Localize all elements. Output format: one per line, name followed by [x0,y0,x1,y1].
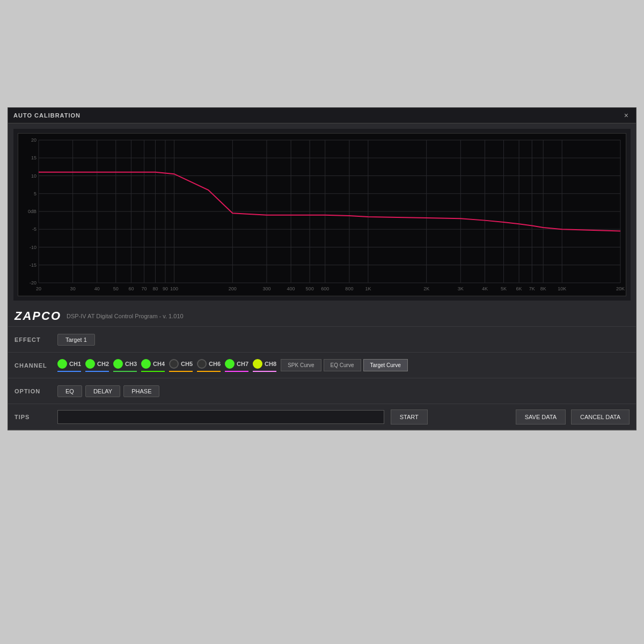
channel-label: CHANNEL [14,362,57,369]
channel-item-ch2[interactable]: CH2 [85,359,109,372]
channel-row: CHANNEL CH1CH2CH3CH4CH5CH6CH7CH8 SPK Cur… [8,353,636,378]
channel-label-ch3: CH3 [125,361,137,367]
option-btn-delay[interactable]: DELAY [85,385,120,397]
channel-label-ch5: CH5 [181,361,193,367]
brand-bar: ZAPCO DSP-IV AT Digital Control Program … [8,306,636,327]
channel-dot-ch3[interactable] [113,359,123,369]
tips-inner: START [57,409,514,425]
channel-label-ch6: CH6 [209,361,221,367]
curve-btn-target-curve[interactable]: Target Curve [363,359,408,371]
channel-dot-ch8[interactable] [253,359,262,369]
channel-label-ch7: CH7 [237,361,248,367]
channel-item-ch4[interactable]: CH4 [141,359,165,372]
app-window: AUTO CALIBRATION × ZAPCO DSP-IV AT Digit… [8,107,636,430]
channel-dot-ch4[interactable] [141,359,151,369]
channel-label-ch2: CH2 [97,361,109,367]
chart-container [13,129,631,301]
curve-btn-spk-curve[interactable]: SPK Curve [281,359,321,371]
cancel-data-button[interactable]: CANCEL DATA [571,409,630,425]
channel-underline-ch5 [169,371,193,372]
channel-list: CH1CH2CH3CH4CH5CH6CH7CH8 [57,359,276,372]
channel-label-ch8: CH8 [265,361,276,367]
effect-label: EFFECT [14,336,57,343]
channel-underline-ch6 [197,371,221,372]
channel-dot-ch2[interactable] [85,359,95,369]
close-button[interactable]: × [622,111,631,120]
option-row: OPTION EQDELAYPHASE [8,378,636,404]
channel-dot-ch1[interactable] [57,359,67,369]
channel-underline-ch3 [113,371,137,372]
channel-underline-ch8 [253,371,276,372]
channel-underline-ch4 [141,371,165,372]
tips-label: TIPS [14,414,57,420]
channel-label-ch1: CH1 [69,361,81,367]
save-data-button[interactable]: SAVE DATA [516,409,566,425]
window-title: AUTO CALIBRATION [13,112,80,119]
channel-dot-ch7[interactable] [225,359,235,369]
channel-underline-ch2 [85,371,109,372]
channel-underline-ch7 [225,371,248,372]
curve-btn-eq-curve[interactable]: EQ Curve [324,359,361,371]
effect-button[interactable]: Target 1 [57,334,95,346]
zapco-logo: ZAPCO [14,309,61,323]
start-button[interactable]: START [391,409,428,425]
channel-item-ch3[interactable]: CH3 [113,359,137,372]
brand-subtitle: DSP-IV AT Digital Control Program - v. 1… [67,313,184,319]
channel-item-ch6[interactable]: CH6 [197,359,221,372]
channel-dot-ch5[interactable] [169,359,179,369]
channel-label-ch4: CH4 [153,361,165,367]
option-label: OPTION [14,388,57,394]
eq-chart [18,134,626,296]
right-buttons: SAVE DATA CANCEL DATA [514,409,630,425]
channel-underline-ch1 [57,371,81,372]
channel-item-ch1[interactable]: CH1 [57,359,81,372]
option-btn-eq[interactable]: EQ [57,385,82,397]
option-btn-phase[interactable]: PHASE [123,385,159,397]
channel-item-ch5[interactable]: CH5 [169,359,193,372]
channel-dot-ch6[interactable] [197,359,207,369]
tips-row: TIPS START SAVE DATA CANCEL DATA [8,404,636,430]
tips-input[interactable] [57,410,384,424]
effect-row: EFFECT Target 1 [8,327,636,353]
channel-item-ch8[interactable]: CH8 [253,359,276,372]
chart-inner [18,133,626,296]
title-bar: AUTO CALIBRATION × [8,108,636,123]
option-buttons: EQDELAYPHASE [57,385,159,397]
channel-item-ch7[interactable]: CH7 [225,359,248,372]
curve-buttons: SPK CurveEQ CurveTarget Curve [281,359,408,371]
